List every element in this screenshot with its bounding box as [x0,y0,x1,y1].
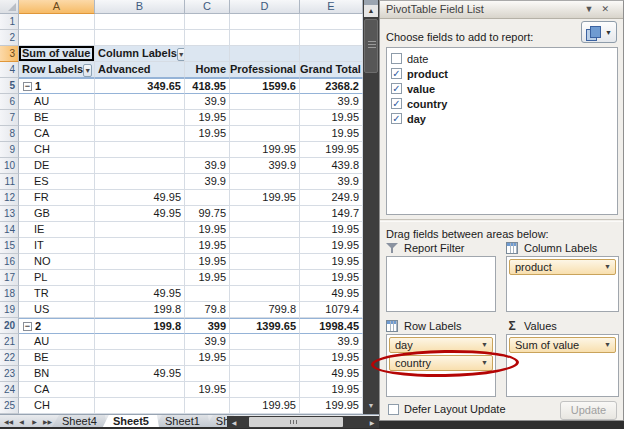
value-cell[interactable] [230,350,300,366]
collapse-icon[interactable]: − [23,322,32,331]
field-checkbox-day[interactable]: ✓ [391,113,402,124]
pane-menu-icon[interactable]: ▼ [585,4,602,14]
value-cell[interactable]: 49.95 [95,190,185,206]
row-header-19[interactable]: 19 [0,302,19,318]
row-header-8[interactable]: 8 [0,126,19,142]
value-cell[interactable] [185,142,230,158]
value-cell[interactable]: 1079.4 [300,302,363,318]
area-field-product[interactable]: product▼ [509,259,616,275]
scroll-down-icon[interactable]: ▼ [364,400,378,412]
sheet-tab-sheet1[interactable]: Sheet1 [155,415,210,427]
row-header-15[interactable]: 15 [0,238,19,254]
cell[interactable] [95,30,185,46]
value-cell[interactable]: 19.95 [300,110,363,126]
value-cell[interactable]: 19.95 [185,238,230,254]
row-label-cell[interactable]: IE [19,222,95,238]
cell[interactable] [300,14,363,30]
column-labels-area[interactable]: product▼ [506,256,619,312]
collapse-icon[interactable]: − [23,82,32,91]
row-label-cell[interactable]: CH [19,142,95,158]
active-cell-sum-of-value[interactable]: Sum of value [19,46,95,62]
value-cell[interactable]: 19.95 [300,222,363,238]
row-header-12[interactable]: 12 [0,190,19,206]
value-cell[interactable] [95,110,185,126]
value-cell[interactable] [230,206,300,222]
value-cell[interactable]: 199.95 [230,398,300,414]
value-cell[interactable] [95,398,185,414]
value-cell[interactable]: 19.95 [300,254,363,270]
vertical-scrollbar[interactable]: ▲ ▼ [363,0,379,414]
value-cell[interactable] [95,94,185,110]
scroll-up-icon[interactable]: ▲ [364,5,378,17]
value-cell[interactable]: 79.8 [185,302,230,318]
defer-layout-checkbox[interactable] [388,404,399,415]
value-cell[interactable]: 19.95 [185,126,230,142]
row-header-2[interactable]: 2 [0,30,19,46]
value-cell[interactable] [230,110,300,126]
row-header-4[interactable]: 4 [0,62,19,78]
row-label-cell[interactable]: AU [19,94,95,110]
column-header-E[interactable]: E [300,0,363,14]
value-cell[interactable]: 199.95 [230,190,300,206]
pane-splitter[interactable] [380,219,623,222]
field-item-day[interactable]: ✓day [389,111,615,126]
value-cell[interactable] [230,94,300,110]
subtotal-cell[interactable]: 399 [185,318,230,334]
subtotal-cell[interactable]: 349.65 [95,78,185,94]
first-sheet-button[interactable]: ◀◀ [2,418,15,425]
value-cell[interactable] [95,382,185,398]
value-cell[interactable]: 39.9 [300,334,363,350]
value-cell[interactable]: 99.75 [185,206,230,222]
value-cell[interactable]: 19.95 [300,382,363,398]
row-header-10[interactable]: 10 [0,158,19,174]
row-label-cell[interactable]: DE [19,158,95,174]
value-cell[interactable]: 199.8 [95,302,185,318]
row-labels-cell[interactable]: Row Labels▼ [19,62,95,78]
subtotal-cell[interactable]: 199.8 [95,318,185,334]
row-header-23[interactable]: 23 [0,366,19,382]
value-cell[interactable] [230,238,300,254]
value-cell[interactable]: 39.9 [185,174,230,190]
sheet-tab-sheet4[interactable]: Sheet4 [52,415,107,427]
subtotal-cell[interactable]: 1998.45 [300,318,363,334]
value-cell[interactable]: 49.95 [95,286,185,302]
value-cell[interactable]: 39.9 [185,158,230,174]
cell[interactable] [230,30,300,46]
value-cell[interactable]: 19.95 [185,254,230,270]
chevron-down-icon[interactable]: ▼ [481,338,488,352]
value-cell[interactable]: 19.95 [300,270,363,286]
row-header-7[interactable]: 7 [0,110,19,126]
column-header-A[interactable]: A [19,0,95,14]
value-cell[interactable] [95,174,185,190]
scroll-left-icon[interactable]: ◀ [227,419,241,426]
value-cell[interactable]: 19.95 [185,222,230,238]
pivot-column-header[interactable]: Advanced [95,62,185,78]
horizontal-scroll-thumb[interactable] [249,417,343,427]
value-cell[interactable]: 49.95 [95,206,185,222]
value-cell[interactable]: 49.95 [300,286,363,302]
field-item-value[interactable]: ✓value [389,81,615,96]
value-cell[interactable] [230,126,300,142]
subtotal-cell[interactable]: 2368.2 [300,78,363,94]
field-item-date[interactable]: date [389,51,615,66]
value-cell[interactable] [230,366,300,382]
value-cell[interactable]: 39.9 [300,94,363,110]
value-cell[interactable]: 39.9 [185,94,230,110]
value-cell[interactable] [95,334,185,350]
chevron-down-icon[interactable]: ▼ [604,338,611,352]
value-cell[interactable]: 249.9 [300,190,363,206]
cell[interactable] [300,30,363,46]
scroll-right-icon[interactable]: ▶ [365,419,379,426]
values-area[interactable]: Sum of value▼ [506,334,619,397]
value-cell[interactable] [185,398,230,414]
row-header-20[interactable]: 20 [0,318,19,334]
column-labels-filter-icon[interactable]: ▼ [177,48,185,61]
row-header-18[interactable]: 18 [0,286,19,302]
column-labels-cell[interactable]: Column Labels▼ [95,46,185,62]
value-cell[interactable]: 19.95 [300,350,363,366]
select-all-corner[interactable] [0,0,19,14]
pivot-column-header[interactable]: Home [185,62,230,78]
value-cell[interactable] [95,254,185,270]
pane-title-bar[interactable]: PivotTable Field List ▼✕ [380,1,623,19]
value-cell[interactable] [230,174,300,190]
